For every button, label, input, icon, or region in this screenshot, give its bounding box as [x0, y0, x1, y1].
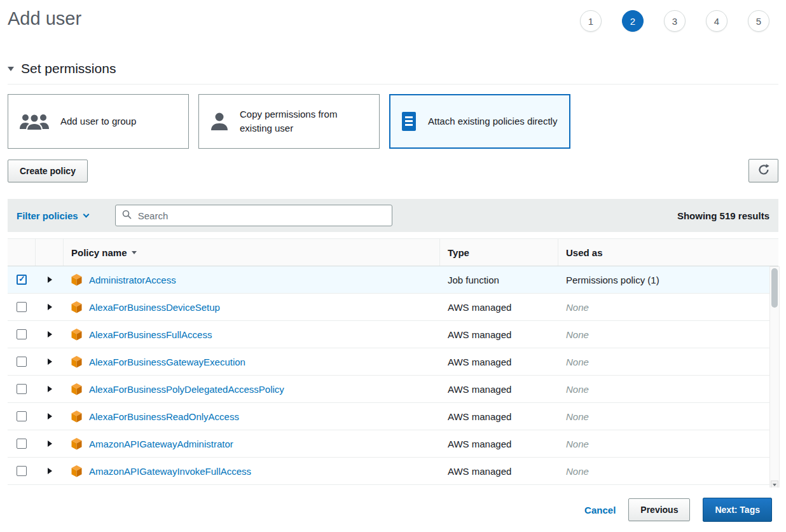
policy-name-link[interactable]: AlexaForBusinessFullAccess: [89, 329, 212, 340]
policy-name-link[interactable]: AlexaForBusinessReadOnlyAccess: [89, 411, 239, 422]
policy-used-as: None: [558, 466, 778, 477]
expand-arrow-icon[interactable]: [48, 358, 52, 365]
header-expand-cell: [36, 239, 64, 266]
policy-name-link[interactable]: AlexaForBusinessPolyDelegatedAccessPolic…: [89, 384, 284, 395]
policy-type: Job function: [440, 275, 558, 285]
header-used-as[interactable]: Used as: [558, 239, 778, 266]
row-checkbox[interactable]: [17, 384, 27, 394]
policy-table: Policy name Type Used as Administrat: [8, 238, 778, 485]
section-title: Set permissions: [21, 61, 116, 76]
table-row[interactable]: AdministratorAccess Job function Permiss…: [8, 266, 778, 294]
expand-arrow-icon[interactable]: [48, 413, 52, 419]
policy-cube-icon: [71, 411, 82, 423]
expand-arrow-icon[interactable]: [48, 331, 52, 338]
policy-type: AWS managed: [440, 466, 558, 477]
step-2[interactable]: 2: [622, 10, 644, 32]
table-row[interactable]: AmazonAPIGatewayInvokeFullAccess AWS man…: [8, 458, 778, 485]
permission-option-cards: Add user to group Copy permissions from …: [8, 94, 778, 149]
policy-table-header: Policy name Type Used as: [8, 238, 778, 266]
policy-cube-icon: [71, 438, 82, 450]
table-row[interactable]: AlexaForBusinessFullAccess AWS managed N…: [8, 321, 778, 348]
row-checkbox[interactable]: [17, 466, 27, 476]
policy-type: AWS managed: [440, 329, 558, 340]
option-add-user-to-group[interactable]: Add user to group: [8, 94, 189, 149]
table-scrollbar[interactable]: [769, 266, 780, 490]
expand-arrow-icon[interactable]: [48, 386, 52, 392]
option-attach-existing-policies[interactable]: Attach existing policies directly: [389, 94, 570, 149]
policy-name-link[interactable]: AdministratorAccess: [89, 275, 176, 285]
policy-type: AWS managed: [440, 439, 558, 449]
search-box[interactable]: [115, 205, 392, 226]
steps: 12345: [580, 10, 769, 32]
expand-arrow-icon[interactable]: [48, 468, 52, 474]
policy-type: AWS managed: [440, 411, 558, 422]
scrollbar-thumb[interactable]: [771, 268, 778, 308]
table-row[interactable]: AlexaForBusinessDeviceSetup AWS managed …: [8, 294, 778, 321]
table-row[interactable]: AmazonAPIGatewayAdministrator AWS manage…: [8, 430, 778, 458]
policy-used-as: Permissions policy (1): [558, 275, 778, 285]
policy-name-link[interactable]: AmazonAPIGatewayAdministrator: [89, 439, 233, 449]
table-row[interactable]: AlexaForBusinessPolyDelegatedAccessPolic…: [8, 376, 778, 403]
row-checkbox[interactable]: [17, 275, 27, 285]
scroll-down-icon: [773, 484, 776, 486]
chevron-down-icon: [83, 211, 89, 217]
sort-descending-icon: [132, 251, 137, 254]
row-checkbox[interactable]: [17, 439, 27, 449]
option-label: Copy permissions from existing user: [240, 107, 369, 135]
expand-arrow-icon[interactable]: [48, 276, 52, 283]
step-3[interactable]: 3: [664, 10, 686, 32]
collapse-caret-icon: [8, 67, 14, 71]
policy-name-link[interactable]: AmazonAPIGatewayInvokeFullAccess: [89, 466, 251, 477]
option-label: Attach existing policies directly: [428, 114, 557, 128]
filter-policies-label: Filter policies: [17, 210, 78, 221]
policy-used-as: None: [558, 439, 778, 449]
wizard-footer: Cancel Previous Next: Tags: [0, 488, 786, 532]
row-checkbox[interactable]: [17, 357, 27, 367]
search-input[interactable]: [137, 210, 385, 222]
page-title: Add user: [8, 8, 81, 29]
header-policy-name[interactable]: Policy name: [64, 239, 440, 266]
header-policy-name-label: Policy name: [71, 247, 127, 258]
top-bar: Add user 12345: [0, 0, 786, 32]
row-checkbox[interactable]: [17, 302, 27, 312]
policy-type: AWS managed: [440, 302, 558, 313]
policy-used-as: None: [558, 384, 778, 395]
filter-bar: Filter policies Showing 519 results: [8, 199, 778, 232]
set-permissions-header[interactable]: Set permissions: [8, 61, 778, 85]
policy-type: AWS managed: [440, 357, 558, 367]
table-row[interactable]: AlexaForBusinessGatewayExecution AWS man…: [8, 348, 778, 376]
previous-button[interactable]: Previous: [628, 498, 690, 521]
policy-used-as: None: [558, 302, 778, 313]
header-used-as-label: Used as: [566, 247, 603, 258]
step-1[interactable]: 1: [580, 10, 602, 32]
results-count: Showing 519 results: [677, 210, 769, 221]
refresh-button[interactable]: [748, 159, 778, 182]
policy-used-as: None: [558, 329, 778, 340]
expand-arrow-icon[interactable]: [48, 304, 52, 310]
policy-name-link[interactable]: AlexaForBusinessGatewayExecution: [89, 357, 245, 367]
policy-cube-icon: [71, 383, 82, 395]
option-copy-permissions[interactable]: Copy permissions from existing user: [198, 94, 380, 149]
table-row[interactable]: AlexaForBusinessReadOnlyAccess AWS manag…: [8, 403, 778, 430]
toolbar: Create policy: [8, 159, 778, 182]
filter-policies-dropdown[interactable]: Filter policies: [17, 210, 88, 221]
search-icon: [122, 210, 132, 222]
policy-cube-icon: [71, 465, 82, 477]
policy-used-as: None: [558, 411, 778, 422]
policy-name-link[interactable]: AlexaForBusinessDeviceSetup: [89, 302, 220, 313]
header-checkbox-cell: [8, 239, 36, 266]
next-tags-button[interactable]: Next: Tags: [703, 498, 772, 522]
step-5[interactable]: 5: [748, 10, 769, 32]
expand-arrow-icon[interactable]: [48, 440, 52, 447]
policy-cube-icon: [71, 356, 82, 368]
option-label: Add user to group: [60, 114, 136, 128]
user-icon: [209, 111, 230, 132]
refresh-icon: [758, 164, 769, 177]
step-4[interactable]: 4: [706, 10, 727, 32]
header-type[interactable]: Type: [440, 239, 558, 266]
row-checkbox[interactable]: [17, 411, 27, 421]
cancel-link[interactable]: Cancel: [584, 505, 616, 515]
policy-table-body: AdministratorAccess Job function Permiss…: [8, 266, 778, 485]
create-policy-button[interactable]: Create policy: [8, 160, 88, 182]
row-checkbox[interactable]: [17, 329, 27, 339]
